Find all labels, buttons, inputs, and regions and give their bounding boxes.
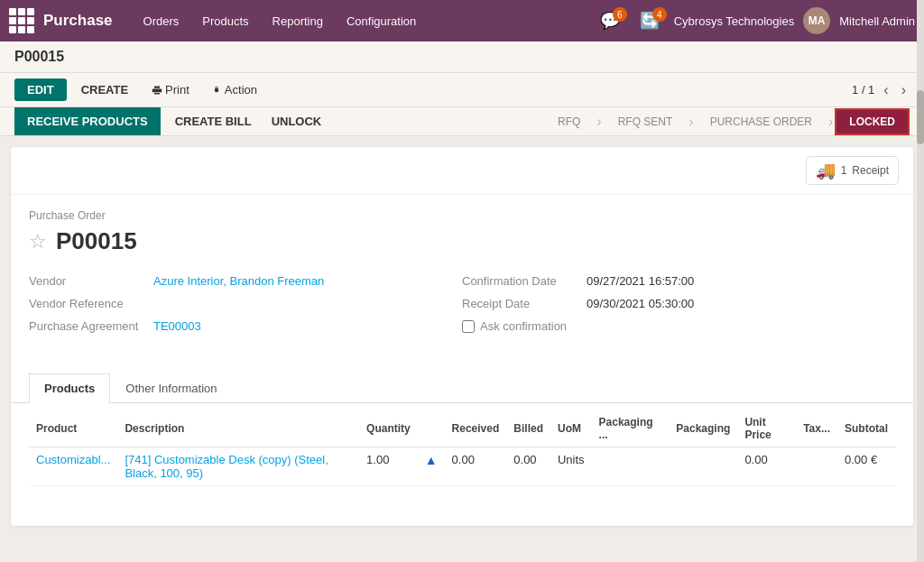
clock-button[interactable]: 🔄 4 xyxy=(634,9,665,32)
receipt-label: Receipt xyxy=(852,164,889,177)
step-rfq-sent: RFQ SENT xyxy=(604,108,688,135)
status-steps: RFQ › RFQ SENT › PURCHASE ORDER › LOCKED xyxy=(543,108,910,135)
clock-badge: 4 xyxy=(652,7,667,22)
page-id: P00015 xyxy=(14,49,64,64)
nav-configuration[interactable]: Configuration xyxy=(336,9,427,33)
products-table: Product Description Quantity Received Bi… xyxy=(29,410,895,486)
chat-button[interactable]: 💬 6 xyxy=(595,9,625,32)
product-link[interactable]: Customizabl... xyxy=(36,453,110,466)
vendor-value[interactable]: Azure Interior, Brandon Freeman xyxy=(153,274,324,288)
col-unit-price: Unit Price xyxy=(737,410,796,447)
top-navigation: Purchase Orders Products Reporting Confi… xyxy=(0,0,924,41)
col-quantity: Quantity xyxy=(359,410,418,447)
tab-products[interactable]: Products xyxy=(29,373,110,403)
form-order-id: P00015 xyxy=(56,227,137,255)
vendor-label: Vendor xyxy=(29,274,146,288)
col-description: Description xyxy=(117,410,359,447)
scrollbar-thumb xyxy=(917,90,924,144)
form-subtitle: Purchase Order xyxy=(29,209,895,222)
ask-confirmation-label: Ask confirmation xyxy=(480,319,567,333)
prev-button[interactable]: ‹ xyxy=(880,80,892,100)
print-button[interactable]: Print xyxy=(143,78,199,101)
pagination-text: 1 / 1 xyxy=(852,83,874,97)
create-button[interactable]: CREATE xyxy=(70,78,139,101)
create-bill-button[interactable]: CREATE BILL xyxy=(166,107,261,135)
confirmation-date-label: Confirmation Date xyxy=(462,274,579,288)
nav-right: 💬 6 🔄 4 Cybrosys Technologies MA Mitchel… xyxy=(595,7,915,34)
cell-description: [741] Customizable Desk (copy) (Steel, B… xyxy=(117,447,359,486)
table-section: Product Description Quantity Received Bi… xyxy=(11,410,913,501)
col-tax: Tax... xyxy=(796,410,837,447)
cell-packaging-qty xyxy=(592,447,670,486)
col-product: Product xyxy=(29,410,117,447)
star-icon[interactable]: ☆ xyxy=(29,230,47,253)
step-arrow-1: › xyxy=(595,114,603,130)
receipt-date-label: Receipt Date xyxy=(462,297,579,310)
form-content: Purchase Order ☆ P00015 Vendor Azure Int… xyxy=(11,195,913,366)
tab-other-information[interactable]: Other Information xyxy=(110,373,232,403)
print-icon xyxy=(152,85,162,96)
action-bar: EDIT CREATE Print Action 1 / 1 ‹ › xyxy=(0,73,924,107)
table-row: Customizabl... [741] Customizable Desk (… xyxy=(29,447,895,486)
col-forecast xyxy=(418,410,445,447)
step-arrow-2: › xyxy=(687,114,695,130)
receipt-date-row: Receipt Date 09/30/2021 05:30:00 xyxy=(462,292,895,315)
cell-unit-price: 0.00 xyxy=(737,447,796,486)
receipt-button[interactable]: 🚚 1 Receipt xyxy=(806,156,899,185)
purchase-agreement-row: Purchase Agreement TE00003 xyxy=(29,315,462,337)
col-packaging-qty: Packaging ... xyxy=(592,410,670,447)
avatar[interactable]: MA xyxy=(803,7,830,34)
breadcrumb-bar: P00015 xyxy=(0,41,924,73)
col-packaging: Packaging xyxy=(669,410,737,447)
step-purchase-order: PURCHASE ORDER xyxy=(696,108,827,135)
purchase-agreement-value[interactable]: TE00003 xyxy=(153,319,201,333)
ask-confirmation-row: Ask confirmation xyxy=(462,315,895,337)
form-fields: Vendor Azure Interior, Brandon Freeman V… xyxy=(29,270,895,337)
confirmation-date-row: Confirmation Date 09/27/2021 16:57:00 xyxy=(462,270,895,292)
receipt-count: 1 xyxy=(841,164,847,177)
forecast-icon[interactable]: ▲ xyxy=(425,453,438,467)
unlock-button[interactable]: UNLOCK xyxy=(263,107,331,135)
vendor-ref-label: Vendor Reference xyxy=(29,297,146,310)
status-bar: RECEIVE PRODUCTS CREATE BILL UNLOCK RFQ … xyxy=(0,107,924,136)
nav-orders[interactable]: Orders xyxy=(133,9,190,33)
col-subtotal: Subtotal xyxy=(837,410,895,447)
confirmation-date-value: 09/27/2021 16:57:00 xyxy=(587,274,694,288)
ask-confirmation-checkbox[interactable] xyxy=(462,320,475,333)
purchase-agreement-label: Purchase Agreement xyxy=(29,319,146,333)
receipt-header: 🚚 1 Receipt xyxy=(11,147,913,195)
gear-icon xyxy=(211,85,222,96)
action-button[interactable]: Action xyxy=(202,78,266,101)
edit-button[interactable]: EDIT xyxy=(14,78,67,101)
next-button[interactable]: › xyxy=(898,80,910,100)
description-link[interactable]: [741] Customizable Desk (copy) (Steel, B… xyxy=(125,453,328,480)
company-name: Cybrosys Technologies xyxy=(674,14,794,28)
main-nav: Orders Products Reporting Configuration xyxy=(133,9,591,33)
app-brand[interactable]: Purchase xyxy=(43,12,113,30)
cell-packaging xyxy=(669,447,737,486)
scrollbar[interactable] xyxy=(917,0,924,537)
receipt-date-value: 09/30/2021 05:30:00 xyxy=(587,297,694,310)
pagination: 1 / 1 ‹ › xyxy=(852,80,910,100)
step-rfq: RFQ xyxy=(543,108,595,135)
truck-icon: 🚚 xyxy=(816,161,836,180)
table-header-row: Product Description Quantity Received Bi… xyxy=(29,410,895,447)
step-arrow-3: › xyxy=(827,114,835,130)
cell-subtotal: 0.00 € xyxy=(837,447,895,486)
cell-received: 0.00 xyxy=(445,447,507,486)
nav-products[interactable]: Products xyxy=(191,9,259,33)
chat-badge: 6 xyxy=(613,7,627,22)
app-grid-icon[interactable] xyxy=(9,8,34,33)
vendor-row: Vendor Azure Interior, Brandon Freeman xyxy=(29,270,462,292)
col-received: Received xyxy=(445,410,507,447)
col-billed: Billed xyxy=(506,410,550,447)
cell-billed: 0.00 xyxy=(506,447,550,486)
nav-reporting[interactable]: Reporting xyxy=(262,9,334,33)
form-title-row: ☆ P00015 xyxy=(29,227,895,255)
tabs-bar: Products Other Information xyxy=(11,373,913,403)
receive-products-button[interactable]: RECEIVE PRODUCTS xyxy=(14,107,161,135)
cell-tax xyxy=(796,447,837,486)
step-locked: LOCKED xyxy=(835,108,910,135)
cell-uom: Units xyxy=(550,447,592,486)
cell-quantity: 1.00 xyxy=(359,447,418,486)
